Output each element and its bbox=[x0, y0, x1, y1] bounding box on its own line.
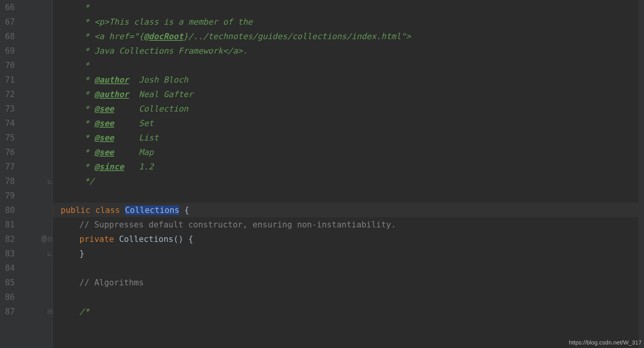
code-token: */ bbox=[79, 177, 94, 186]
code-token: }/../technotes/guides/collections/index.… bbox=[183, 32, 411, 41]
line-number: 77 bbox=[5, 162, 15, 171]
code-token: // Algorithms bbox=[79, 278, 144, 287]
fold-start-icon[interactable] bbox=[48, 237, 52, 242]
gutter-row[interactable]: 69 bbox=[0, 43, 52, 58]
code-line[interactable]: // Algorithms bbox=[53, 275, 644, 290]
line-number: 87 bbox=[5, 307, 15, 316]
code-line[interactable]: * <a href="{@docRoot}/../technotes/guide… bbox=[53, 29, 644, 43]
gutter-row[interactable]: 84 bbox=[0, 261, 52, 275]
code-line[interactable]: public class Collections { bbox=[53, 203, 644, 217]
gutter-row[interactable]: 70 bbox=[0, 58, 52, 72]
code-token: * bbox=[79, 75, 94, 85]
fold-start-icon[interactable] bbox=[48, 309, 52, 314]
line-number: 79 bbox=[5, 191, 15, 200]
code-editor[interactable]: 6667686970717273747576777879808182@83848… bbox=[0, 0, 644, 348]
code-token: @author bbox=[94, 90, 129, 99]
line-number: 83 bbox=[5, 249, 15, 258]
code-line[interactable]: private Collections() { bbox=[53, 232, 644, 246]
gutter-row[interactable]: 74 bbox=[0, 116, 52, 130]
gutter-row[interactable]: 80 bbox=[0, 203, 52, 217]
code-line[interactable]: * @see List bbox=[53, 130, 644, 145]
line-number: 81 bbox=[5, 220, 15, 229]
line-number: 70 bbox=[5, 61, 15, 70]
code-token: Collections bbox=[125, 206, 179, 215]
code-token: * <a href="{ bbox=[79, 32, 144, 41]
code-line[interactable] bbox=[53, 188, 644, 203]
code-token: * bbox=[79, 90, 94, 99]
code-token: Set bbox=[114, 119, 154, 128]
gutter-row[interactable]: 85 bbox=[0, 275, 52, 290]
code-token: * Java Collections Framework</a>. bbox=[79, 46, 248, 56]
gutter-row[interactable]: 87 bbox=[0, 304, 52, 319]
line-number: 80 bbox=[5, 206, 15, 215]
code-token: * bbox=[79, 3, 89, 12]
code-line[interactable]: * Java Collections Framework</a>. bbox=[53, 43, 644, 58]
gutter-annotation-icon[interactable]: @ bbox=[41, 235, 47, 243]
code-token: // Suppresses default constructor, ensur… bbox=[79, 220, 396, 229]
code-line[interactable]: /* bbox=[53, 304, 644, 319]
gutter-row[interactable]: 76 bbox=[0, 145, 52, 159]
gutter-row[interactable]: 83 bbox=[0, 246, 52, 261]
code-line[interactable] bbox=[53, 261, 644, 275]
line-number: 82 bbox=[5, 234, 15, 244]
gutter-row[interactable]: 73 bbox=[0, 101, 52, 116]
code-token: * bbox=[79, 148, 94, 157]
code-token: @see bbox=[94, 133, 114, 142]
line-number: 74 bbox=[5, 119, 15, 128]
gutter-row[interactable]: 82@ bbox=[0, 232, 52, 246]
code-token: * <p>This class is a member of the bbox=[79, 17, 253, 27]
line-number: 85 bbox=[5, 278, 15, 287]
code-token: * bbox=[79, 162, 94, 171]
code-token: * bbox=[79, 61, 89, 70]
code-token: { bbox=[179, 206, 189, 215]
line-number: 71 bbox=[5, 75, 15, 85]
code-line[interactable] bbox=[53, 290, 644, 304]
gutter-row[interactable]: 68 bbox=[0, 29, 52, 43]
code-line[interactable]: * <p>This class is a member of the bbox=[53, 14, 644, 29]
gutter-row[interactable]: 66 bbox=[0, 0, 52, 14]
fold-end-icon[interactable] bbox=[48, 179, 52, 184]
code-line[interactable]: * bbox=[53, 58, 644, 72]
line-number: 86 bbox=[5, 292, 15, 302]
code-line[interactable]: // Suppresses default constructor, ensur… bbox=[53, 217, 644, 232]
gutter-row[interactable]: 71 bbox=[0, 72, 52, 87]
gutter-row[interactable]: 72 bbox=[0, 87, 52, 101]
line-number: 75 bbox=[5, 133, 15, 142]
code-token: * bbox=[79, 119, 94, 128]
code-token: Collections bbox=[119, 234, 173, 244]
gutter-row[interactable]: 86 bbox=[0, 290, 52, 304]
watermark-text: https://blog.csdn.net/W_317 bbox=[569, 339, 642, 346]
code-token: () { bbox=[173, 234, 193, 244]
code-line[interactable]: * @author Josh Bloch bbox=[53, 72, 644, 87]
code-line[interactable]: * bbox=[53, 0, 644, 14]
code-line[interactable]: * @since 1.2 bbox=[53, 159, 644, 174]
line-number: 69 bbox=[5, 46, 15, 56]
gutter-row[interactable]: 77 bbox=[0, 159, 52, 174]
gutter-row[interactable]: 75 bbox=[0, 130, 52, 145]
code-token: List bbox=[114, 133, 159, 142]
code-token: Collection bbox=[114, 104, 189, 114]
gutter[interactable]: 6667686970717273747576777879808182@83848… bbox=[0, 0, 53, 348]
vertical-scrollbar[interactable] bbox=[639, 0, 644, 348]
code-line[interactable]: } bbox=[53, 246, 644, 261]
line-number: 68 bbox=[5, 32, 15, 41]
line-number: 78 bbox=[5, 177, 15, 186]
gutter-row[interactable]: 78 bbox=[0, 174, 52, 188]
fold-end-icon[interactable] bbox=[48, 251, 52, 256]
code-line[interactable]: * @see Set bbox=[53, 116, 644, 130]
code-token: * bbox=[79, 133, 94, 142]
code-line[interactable]: * @author Neal Gafter bbox=[53, 87, 644, 101]
code-token: 1.2 bbox=[124, 162, 154, 171]
line-number: 73 bbox=[5, 104, 15, 114]
code-token: private bbox=[79, 234, 119, 244]
code-line[interactable]: * @see Map bbox=[53, 145, 644, 159]
code-token: Neal Gafter bbox=[129, 90, 193, 99]
code-line[interactable]: * @see Collection bbox=[53, 101, 644, 116]
gutter-row[interactable]: 79 bbox=[0, 188, 52, 203]
code-line[interactable]: */ bbox=[53, 174, 644, 188]
code-area[interactable]: * * <p>This class is a member of the * <… bbox=[53, 0, 644, 348]
line-number: 76 bbox=[5, 148, 15, 157]
gutter-row[interactable]: 81 bbox=[0, 217, 52, 232]
code-token: @see bbox=[94, 119, 114, 128]
gutter-row[interactable]: 67 bbox=[0, 14, 52, 29]
